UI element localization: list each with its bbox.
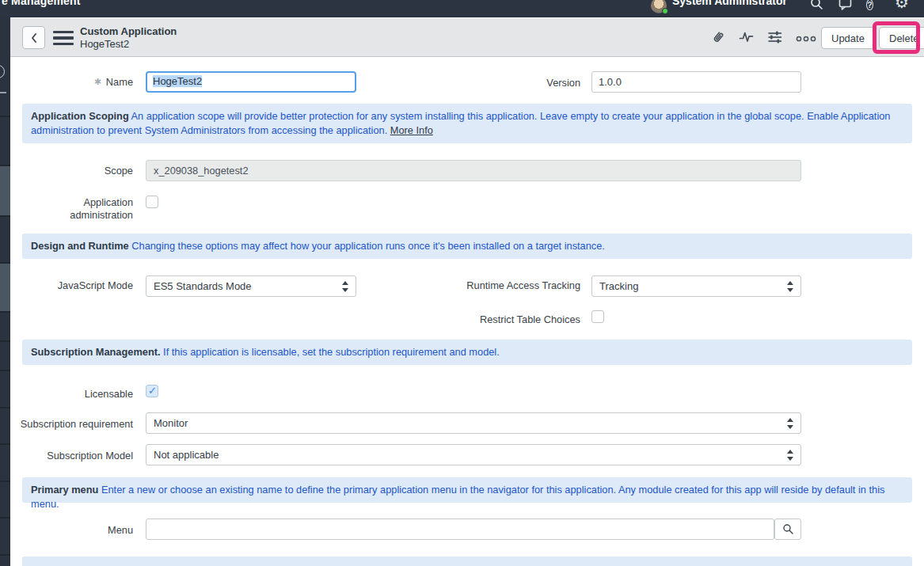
restrict-table-choices-checkbox[interactable]: [591, 310, 604, 323]
more-info-link[interactable]: More Info: [390, 124, 433, 136]
menu-label: Menu: [32, 524, 133, 537]
subscription-management-infobox: Subscription Management. If this applica…: [22, 340, 912, 365]
scoping-title: Application Scoping: [31, 110, 129, 122]
record-name: HogeTest2: [80, 38, 177, 51]
subscription-requirement-label: Subscription requirement: [14, 418, 133, 431]
help-icon[interactable]: [866, 0, 882, 13]
app-title: e Management: [2, 0, 81, 7]
collapsed-nav-rail: [0, 17, 10, 566]
record-form: Name HogeTest2 Version Application Scopi…: [10, 57, 924, 566]
rail-dash: [0, 92, 6, 93]
javascript-mode-label: JavaScript Mode: [32, 279, 133, 292]
name-value-selected: HogeTest2: [153, 75, 202, 87]
subscription-model-select[interactable]: Not applicable: [146, 444, 801, 465]
name-input[interactable]: HogeTest2: [146, 71, 356, 93]
runtime-access-tracking-select[interactable]: Tracking: [591, 275, 801, 297]
gear-icon[interactable]: [895, 0, 911, 11]
restrict-table-choices-label: Restrict Table Choices: [446, 313, 580, 326]
primary-menu-title: Primary menu: [31, 484, 98, 496]
form-title: Custom Application HogeTest2: [80, 25, 177, 51]
delete-button[interactable]: Delete: [879, 27, 924, 49]
nav-row[interactable]: [0, 264, 10, 311]
primary-menu-infobox: Primary menu Enter a new or choose an ex…: [22, 477, 912, 503]
scoping-text: An application scope will provide better…: [31, 110, 890, 136]
runtime-access-tracking-label: Runtime Access Tracking: [446, 279, 580, 292]
presence-dot: [662, 8, 668, 14]
subscription-title: Subscription Management.: [31, 346, 161, 358]
scope-field: x_209038_hogetest2: [146, 160, 801, 181]
paperclip-icon[interactable]: [710, 29, 726, 45]
select-arrows-icon: [787, 281, 794, 292]
design-title: Design and Runtime: [31, 240, 129, 252]
user-menu[interactable]: System Administrator: [672, 0, 787, 7]
back-button[interactable]: [22, 26, 45, 49]
design-runtime-infobox: Design and Runtime Changing these option…: [22, 234, 912, 259]
licensable-label: Licensable: [32, 388, 133, 401]
application-administration-checkbox[interactable]: [146, 196, 158, 208]
form-context-menu-icon[interactable]: [53, 31, 74, 45]
chat-icon[interactable]: [838, 0, 854, 12]
record-type: Custom Application: [80, 25, 177, 38]
primary-menu-text: Enter a new or choose an existing name t…: [31, 484, 884, 510]
javascript-mode-select[interactable]: ES5 Standards Mode: [146, 275, 356, 297]
nav-row[interactable]: [0, 166, 10, 215]
version-input[interactable]: [591, 71, 801, 93]
name-label: Name: [32, 76, 133, 89]
select-arrows-icon: [787, 450, 794, 461]
search-icon[interactable]: [809, 0, 825, 12]
menu-lookup-button[interactable]: [774, 519, 801, 540]
version-label: Version: [477, 77, 580, 89]
select-arrows-icon: [787, 418, 794, 429]
magnifier-icon: [782, 523, 794, 535]
more-icon[interactable]: [796, 32, 812, 47]
personalize-icon[interactable]: [767, 29, 783, 45]
subscription-requirement-select[interactable]: Monitor: [146, 412, 801, 434]
application-scoping-infobox: Application Scoping An application scope…: [22, 104, 912, 143]
scope-label: Scope: [32, 165, 133, 177]
rail-circle-icon: [0, 65, 5, 78]
select-arrows-icon: [342, 281, 349, 292]
form-header: Custom Application HogeTest2 Update Dele…: [10, 17, 924, 57]
licensable-checkbox[interactable]: [146, 385, 158, 397]
subscription-text: If this application is licensable, set t…: [163, 346, 500, 358]
subscription-model-label: Subscription Model: [32, 450, 133, 462]
update-button[interactable]: Update: [821, 27, 875, 49]
application-administration-label: Application administration: [32, 196, 133, 222]
top-banner: e Management System Administrator: [0, 0, 924, 17]
menu-input[interactable]: [146, 519, 774, 540]
clipped-infobox: [22, 557, 912, 566]
activity-icon[interactable]: [739, 29, 755, 45]
design-text: Changing these options may affect how yo…: [131, 240, 605, 252]
